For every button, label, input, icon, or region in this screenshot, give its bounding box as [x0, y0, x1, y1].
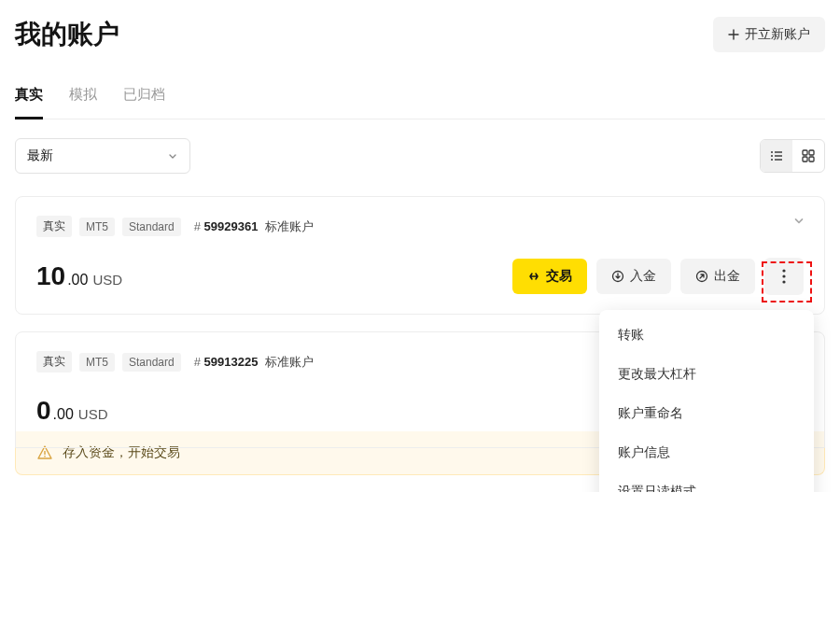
- chevron-down-icon: [167, 150, 178, 162]
- menu-transfer[interactable]: 转账: [599, 316, 814, 355]
- open-new-account-label: 开立新账户: [745, 26, 810, 43]
- tab-demo[interactable]: 模拟: [69, 78, 97, 120]
- grid-icon: [801, 148, 816, 163]
- kebab-icon: [782, 269, 786, 284]
- svg-rect-15: [44, 451, 45, 455]
- more-options-menu: 转账 更改最大杠杆 账户重命名 账户信息 设置只读模式 管理您的对账单 更改交易…: [599, 310, 814, 492]
- list-view-button[interactable]: [761, 140, 792, 172]
- withdraw-label: 出金: [714, 268, 740, 285]
- svg-rect-1: [775, 151, 782, 152]
- deposit-icon: [611, 270, 624, 283]
- trade-label: 交易: [546, 268, 572, 285]
- page-title: 我的账户: [15, 17, 119, 52]
- more-options-button[interactable]: [764, 258, 804, 295]
- deposit-label: 入金: [630, 268, 656, 285]
- grid-view-button[interactable]: [792, 140, 824, 172]
- plan-pill: Standard: [122, 353, 181, 372]
- balance-integer: 0: [36, 396, 51, 426]
- menu-readonly-mode[interactable]: 设置只读模式: [599, 472, 814, 492]
- balance-decimal: .00: [53, 406, 74, 423]
- balance-integer: 10: [36, 261, 65, 291]
- list-icon: [769, 148, 784, 163]
- account-card: 真实 MT5 Standard # 59929361 标准账户 10.00 US…: [15, 196, 825, 315]
- platform-pill: MT5: [79, 218, 115, 236]
- svg-rect-5: [775, 159, 782, 160]
- svg-point-13: [782, 274, 785, 277]
- plus-icon: [728, 29, 739, 40]
- account-actions: 交易 入金 出金: [512, 258, 804, 295]
- view-toggle: [760, 139, 825, 173]
- toolbar: 最新: [15, 138, 825, 174]
- account-id: # 59929361: [194, 219, 259, 233]
- collapse-toggle[interactable]: [792, 214, 805, 227]
- menu-rename-account[interactable]: 账户重命名: [599, 394, 814, 433]
- svg-rect-9: [809, 157, 814, 162]
- svg-rect-7: [809, 150, 814, 155]
- tab-real[interactable]: 真实: [15, 78, 43, 120]
- sort-current-label: 最新: [27, 148, 53, 164]
- svg-point-0: [771, 151, 773, 153]
- trade-button[interactable]: 交易: [512, 259, 587, 294]
- account-type-pill: 真实: [36, 216, 72, 237]
- header: 我的账户 开立新账户: [15, 17, 825, 52]
- svg-rect-6: [803, 150, 807, 155]
- account-balance: 0.00 USD: [36, 396, 108, 426]
- plan-pill: Standard: [122, 218, 181, 236]
- svg-point-12: [782, 269, 785, 272]
- tabs: 真实 模拟 已归档: [15, 78, 825, 120]
- account-meta: 真实 MT5 Standard # 59929361 标准账户: [36, 216, 804, 237]
- withdraw-button[interactable]: 出金: [680, 259, 755, 294]
- svg-point-2: [771, 155, 773, 157]
- sort-select[interactable]: 最新: [15, 138, 190, 174]
- account-type-pill: 真实: [36, 351, 72, 373]
- balance-decimal: .00: [67, 272, 88, 288]
- balance-currency: USD: [92, 272, 122, 288]
- menu-change-leverage[interactable]: 更改最大杠杆: [599, 355, 814, 394]
- trade-icon: [527, 270, 540, 283]
- withdraw-icon: [695, 270, 708, 283]
- balance-row: 10.00 USD 交易 入金 出金: [36, 258, 804, 295]
- menu-account-info[interactable]: 账户信息: [599, 433, 814, 472]
- tab-archived[interactable]: 已归档: [123, 78, 165, 120]
- account-name: 标准账户: [265, 218, 314, 235]
- account-id: # 59913225: [194, 355, 259, 369]
- account-balance: 10.00 USD: [36, 261, 122, 291]
- svg-rect-16: [44, 456, 45, 457]
- balance-currency: USD: [78, 406, 108, 422]
- svg-point-14: [782, 280, 785, 283]
- deposit-button[interactable]: 入金: [596, 259, 671, 294]
- platform-pill: MT5: [79, 353, 115, 372]
- svg-rect-8: [803, 157, 807, 162]
- svg-rect-3: [775, 155, 782, 156]
- svg-point-4: [771, 159, 773, 161]
- account-name: 标准账户: [265, 354, 314, 371]
- open-new-account-button[interactable]: 开立新账户: [713, 17, 825, 52]
